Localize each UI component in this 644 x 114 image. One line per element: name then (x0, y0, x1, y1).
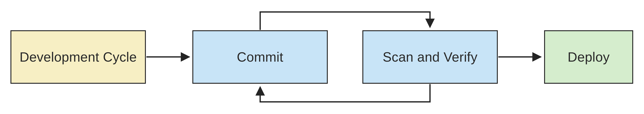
label-deploy: Deploy (568, 49, 610, 65)
label-dev: Development Cycle (20, 49, 137, 65)
arrow-scan-to-commit-bottom (260, 84, 430, 102)
label-scan: Scan and Verify (383, 49, 478, 65)
box-scan-verify: Scan and Verify (362, 30, 498, 84)
label-commit: Commit (237, 49, 284, 65)
box-commit: Commit (192, 30, 328, 84)
box-deploy: Deploy (544, 30, 633, 84)
arrow-commit-to-scan-top (260, 12, 430, 30)
box-development-cycle: Development Cycle (10, 30, 146, 84)
